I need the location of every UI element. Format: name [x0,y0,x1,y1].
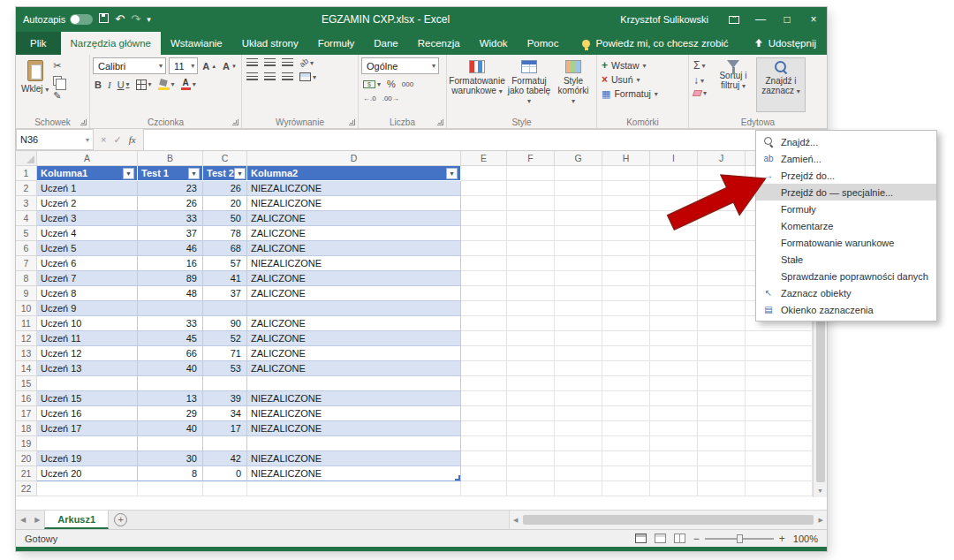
row-header-7[interactable]: 7 [16,256,37,271]
cell-G4[interactable] [555,211,602,226]
zoom-slider-knob[interactable] [737,534,743,543]
cell-D2[interactable]: NIEZALICZONE [247,181,461,196]
cell-C5[interactable]: 78 [203,226,247,241]
row-header-15[interactable]: 15 [16,376,37,391]
cell-H19[interactable] [602,436,650,451]
tab-formuły[interactable]: Formuły [308,32,365,55]
cell-E19[interactable] [461,436,507,451]
cell-F4[interactable] [507,211,555,226]
menu-item-5[interactable]: Komentarze [756,217,936,234]
cell-A13[interactable]: Uczeń 12 [37,346,138,361]
menu-item-4[interactable]: Formuły [756,201,936,217]
cell-A6[interactable]: Uczeń 5 [37,241,138,256]
sheet-tab-arkusz1[interactable]: Arkusz1 [44,511,109,529]
font-color-button[interactable]: A▾ [179,78,198,91]
cell-E6[interactable] [461,241,507,256]
cell-F12[interactable] [507,331,555,346]
cell-H22[interactable] [602,481,650,496]
tab-recenzja[interactable]: Recenzja [408,32,470,55]
cell-H17[interactable] [602,406,650,421]
cell-I17[interactable] [650,406,698,421]
align-top-button[interactable] [245,57,260,68]
tab-plik[interactable]: Plik [16,32,61,55]
cell-A7[interactable]: Uczeń 6 [37,256,138,271]
cell-J9[interactable] [698,286,746,301]
accounting-format-button[interactable]: $▾ [361,79,382,89]
cell-D17[interactable]: NIEZALICZONE [247,406,461,421]
cell-G17[interactable] [555,406,602,421]
row-header-19[interactable]: 19 [16,436,37,451]
column-header-A[interactable]: A [37,151,138,166]
cell-J17[interactable] [698,406,746,421]
cell-F5[interactable] [507,226,555,241]
cell-G10[interactable] [555,301,602,316]
cell-I9[interactable] [650,286,698,301]
insert-cells-button[interactable]: +Wstaw▾ [600,59,685,72]
cell-D6[interactable]: ZALICZONE [247,241,461,256]
cell-K18[interactable] [746,421,813,436]
cell-E13[interactable] [461,346,507,361]
cell-F20[interactable] [507,451,555,466]
cell-J11[interactable] [698,316,746,331]
row-header-17[interactable]: 17 [16,406,37,421]
tab-narzędzia-główne[interactable]: Narzędzia główne [61,32,161,55]
cell-H16[interactable] [602,391,650,406]
tab-dane[interactable]: Dane [364,32,408,55]
cell-H21[interactable] [602,466,650,481]
font-size-select[interactable]: 11▾ [169,57,198,74]
cell-K16[interactable] [746,391,813,406]
cell-H18[interactable] [602,421,650,436]
cell-B2[interactable]: 23 [138,181,203,196]
cell-E4[interactable] [461,211,507,226]
column-header-I[interactable]: I [650,151,698,166]
cell-F3[interactable] [507,196,555,211]
cell-F17[interactable] [507,406,555,421]
row-header-18[interactable]: 18 [16,421,37,436]
format-painter-button[interactable]: ✎ [51,89,64,102]
row-header-13[interactable]: 13 [16,346,37,361]
row-header-22[interactable]: 22 [16,481,37,496]
cancel-entry-button[interactable]: × [101,134,106,145]
filter-button-C1[interactable]: ▼ [234,168,246,179]
row-header-4[interactable]: 4 [16,211,37,226]
cell-H7[interactable] [602,256,650,271]
cell-C8[interactable]: 41 [203,271,247,286]
bold-button[interactable]: B [93,79,103,91]
cell-E12[interactable] [461,331,507,346]
cell-A5[interactable]: Uczeń 4 [37,226,138,241]
cell-K14[interactable] [746,361,813,376]
cell-B20[interactable]: 30 [138,451,203,466]
cell-F6[interactable] [507,241,555,256]
cell-A22[interactable] [37,481,138,496]
filter-button-B1[interactable]: ▼ [188,168,200,179]
cell-J20[interactable] [698,451,746,466]
cell-D16[interactable]: NIEZALICZONE [247,391,461,406]
cell-H6[interactable] [602,241,650,256]
cell-B13[interactable]: 66 [138,346,203,361]
cell-D20[interactable]: NIEZALICZONE [247,451,461,466]
cell-J6[interactable] [698,241,746,256]
dialog-launcher-icon[interactable] [349,119,355,125]
cell-H20[interactable] [602,451,650,466]
cell-B21[interactable]: 8 [138,466,203,481]
cell-I7[interactable] [650,256,698,271]
cell-B1[interactable]: Test 1▼ [138,166,203,181]
cell-K21[interactable] [746,466,813,481]
cell-A21[interactable]: Uczeń 20 [37,466,138,481]
cell-E1[interactable] [461,166,507,181]
cell-H8[interactable] [602,271,650,286]
format-cells-button[interactable]: ▦Formatuj▾ [600,87,685,100]
conditional-formatting-button[interactable]: Formatowanie warunkowe ▾ [450,57,504,112]
cell-A17[interactable]: Uczeń 16 [37,406,138,421]
cell-C21[interactable]: 0 [203,466,247,481]
cell-H3[interactable] [602,196,650,211]
row-header-12[interactable]: 12 [16,331,37,346]
cell-I16[interactable] [650,391,698,406]
cell-K13[interactable] [746,346,813,361]
cell-H4[interactable] [602,211,650,226]
cell-I22[interactable] [650,481,698,496]
cell-E8[interactable] [461,271,507,286]
cell-F8[interactable] [507,271,555,286]
cell-C9[interactable]: 37 [203,286,247,301]
share-button[interactable]: Udostępnij [753,32,827,55]
